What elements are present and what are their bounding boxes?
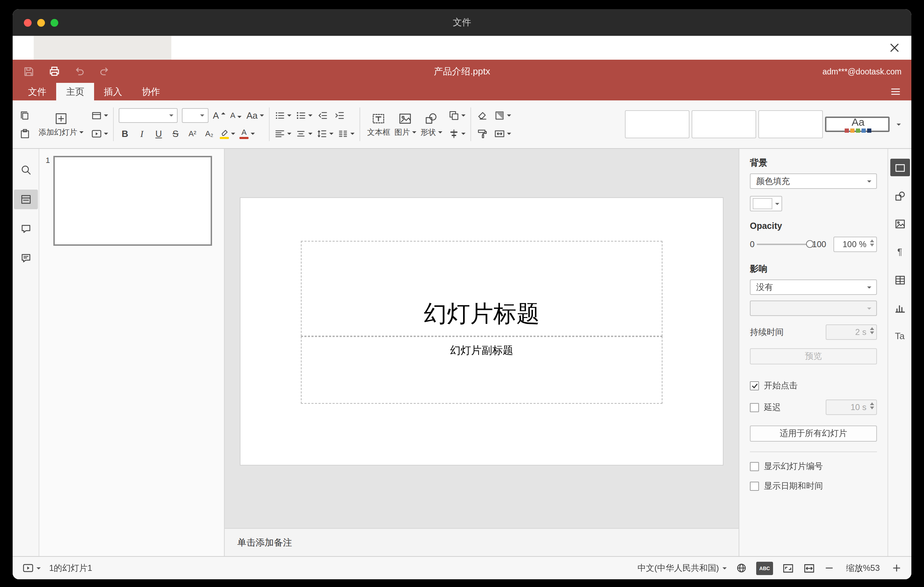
underline-icon[interactable]: U — [152, 126, 165, 141]
chart-settings-icon[interactable] — [890, 299, 909, 317]
close-icon[interactable] — [888, 41, 901, 55]
checkbox-checked[interactable] — [750, 381, 759, 391]
checkbox-unchecked[interactable] — [750, 403, 759, 412]
fit-width-icon[interactable] — [803, 562, 815, 574]
opacity-spinner[interactable]: 100 % — [833, 237, 877, 252]
paste-icon[interactable] — [18, 126, 31, 141]
save-icon[interactable] — [20, 63, 38, 80]
insert-image-button[interactable]: 图片 — [393, 111, 419, 137]
subtitle-placeholder[interactable]: 幻灯片副标题 — [301, 336, 662, 404]
slides-panel-icon[interactable] — [14, 190, 38, 209]
zoom-level-label[interactable]: 缩放%53 — [843, 562, 883, 574]
effect-select[interactable]: 没有 — [750, 279, 877, 295]
arrange-shape-icon[interactable] — [449, 107, 465, 123]
show-date-time-checkbox[interactable]: 显示日期和时间 — [750, 480, 877, 492]
bullets-icon[interactable] — [274, 107, 291, 123]
align-shape-icon[interactable] — [449, 126, 465, 141]
insert-textbox-button[interactable]: 文本框 — [365, 111, 393, 137]
theme-preview-1[interactable] — [625, 110, 690, 139]
menu-icon[interactable] — [888, 84, 903, 99]
numbering-icon[interactable] — [295, 107, 312, 123]
insert-shape-button[interactable]: 形状 — [419, 111, 444, 137]
theme-gallery-expand-icon[interactable] — [892, 110, 906, 139]
tab-home[interactable]: 主页 — [56, 83, 94, 101]
paragraph-settings-icon[interactable]: ¶ — [890, 243, 909, 261]
horizontal-align-icon[interactable] — [274, 126, 291, 141]
notes-area[interactable]: 单击添加备注 — [225, 528, 739, 556]
slide-canvas[interactable]: 幻灯片标题 幻灯片副标题 — [241, 198, 723, 465]
italic-icon[interactable]: I — [135, 126, 148, 141]
tab-insert[interactable]: 插入 — [94, 83, 132, 101]
theme-preview-2[interactable] — [691, 110, 756, 139]
delay-checkbox[interactable]: 延迟 — [750, 401, 781, 413]
zoom-out-icon[interactable] — [824, 563, 834, 573]
bold-icon[interactable]: B — [119, 126, 131, 141]
theme-preview-3[interactable] — [758, 110, 823, 139]
table-settings-icon[interactable] — [890, 271, 909, 289]
font-name-select[interactable] — [119, 108, 178, 122]
subscript-icon[interactable]: A₂ — [203, 126, 216, 141]
slide-area: 幻灯片标题 幻灯片副标题 — [225, 149, 739, 528]
header-quickbar: 产品介绍.pptx adm***@dootask.com — [13, 60, 911, 83]
comments-icon[interactable] — [14, 219, 38, 239]
start-slideshow-status-icon[interactable] — [23, 562, 34, 574]
superscript-icon[interactable]: A² — [186, 126, 199, 141]
font-size-select[interactable] — [182, 108, 208, 122]
checkbox-unchecked[interactable] — [750, 462, 759, 471]
duration-spinner: 2 s — [826, 325, 877, 340]
slide-settings-icon[interactable] — [890, 159, 909, 176]
slide-thumbnail-1[interactable] — [53, 156, 212, 246]
show-slide-number-checkbox[interactable]: 显示幻灯片编号 — [750, 461, 877, 473]
start-on-click-checkbox[interactable]: 开始点击 — [750, 380, 877, 392]
tab-file[interactable]: 文件 — [18, 83, 56, 101]
zoom-in-icon[interactable] — [892, 563, 901, 573]
line-spacing-icon[interactable] — [317, 126, 333, 141]
copy-icon[interactable] — [18, 107, 31, 123]
increase-indent-icon[interactable] — [333, 107, 346, 123]
highlight-color-icon[interactable] — [220, 126, 235, 141]
slide-subtitle-text: 幻灯片副标题 — [450, 344, 513, 358]
search-icon[interactable] — [14, 160, 38, 180]
panel-divider — [750, 452, 877, 452]
columns-icon[interactable] — [338, 126, 355, 141]
fit-slide-icon[interactable] — [782, 562, 794, 574]
background-fill-select[interactable]: 颜色填充 — [750, 173, 877, 189]
font-color-icon[interactable]: A — [239, 126, 255, 141]
checkbox-unchecked[interactable] — [750, 481, 759, 491]
stage: 文件 产品介绍 — [0, 0, 924, 587]
change-case-icon[interactable]: Aa — [246, 107, 264, 123]
clear-style-icon[interactable] — [476, 107, 489, 123]
apply-to-all-slides-button[interactable]: 适用于所有幻灯片 — [750, 425, 877, 442]
shape-settings-icon[interactable] — [890, 187, 909, 204]
font-decrease-icon[interactable]: A — [229, 107, 242, 123]
title-placeholder[interactable]: 幻灯片标题 — [301, 241, 662, 336]
toolbar-separator — [360, 107, 360, 141]
slide-size-icon[interactable] — [494, 126, 511, 141]
strikethrough-icon[interactable]: S — [169, 126, 182, 141]
tab-collaboration[interactable]: 协作 — [132, 83, 170, 101]
theme-preview-selected[interactable]: Aa — [825, 117, 889, 132]
editing-canvas: 幻灯片标题 幻灯片副标题 单击添加备注 — [225, 149, 739, 556]
vertical-align-icon[interactable] — [295, 126, 312, 141]
slide-fill-icon[interactable] — [494, 107, 511, 123]
print-icon[interactable] — [45, 63, 63, 80]
textart-settings-icon[interactable]: Ta — [890, 327, 909, 345]
opacity-slider-handle[interactable] — [806, 240, 813, 248]
start-slideshow-icon[interactable] — [91, 126, 108, 141]
home-toolbar: 添加幻灯片 A A Aa B I U S — [13, 101, 911, 149]
opacity-slider[interactable] — [757, 244, 810, 245]
spellcheck-icon[interactable]: ABC — [756, 561, 773, 575]
chat-icon[interactable] — [14, 249, 38, 268]
slide-layout-icon[interactable] — [91, 107, 108, 123]
slideshow-options-icon[interactable] — [36, 567, 41, 569]
language-select[interactable]: 中文(中华人民共和国) — [637, 562, 727, 574]
background-color-swatch[interactable] — [750, 196, 782, 211]
add-slide-button[interactable]: 添加幻灯片 — [36, 111, 86, 137]
document-language-icon[interactable] — [736, 562, 747, 574]
copy-style-icon[interactable] — [476, 126, 489, 141]
image-settings-icon[interactable] — [890, 215, 909, 232]
redo-icon[interactable] — [96, 63, 114, 80]
undo-icon[interactable] — [70, 63, 89, 80]
decrease-indent-icon[interactable] — [317, 107, 329, 123]
font-increase-icon[interactable]: A — [213, 107, 225, 123]
